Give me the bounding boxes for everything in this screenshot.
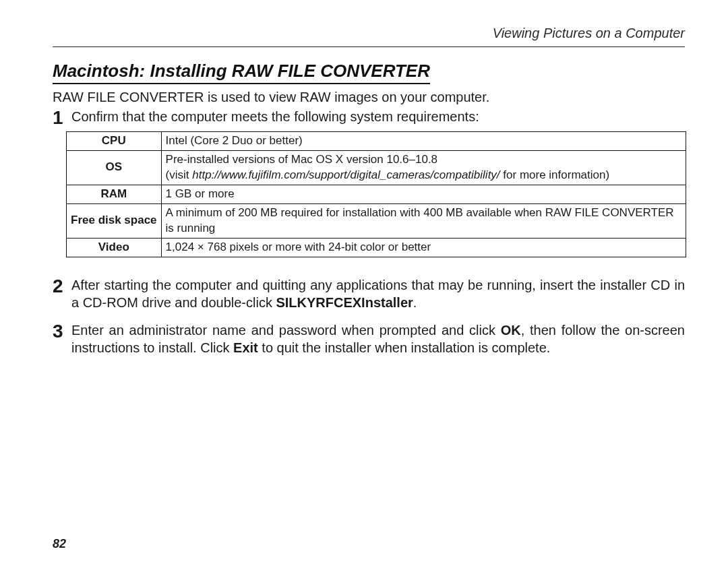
table-row: CPU Intel (Core 2 Duo or better)	[67, 132, 686, 151]
section-heading: Macintosh: Installing RAW FILE CONVERTER	[53, 61, 430, 84]
req-cpu-label: CPU	[67, 132, 162, 151]
step-3-text: Enter an administrator name and password…	[71, 321, 685, 357]
running-head: Viewing Pictures on a Computer	[53, 26, 685, 47]
step-1-text: Confirm that the computer meets the foll…	[71, 108, 685, 126]
document-page: Viewing Pictures on a Computer Macintosh…	[0, 0, 728, 570]
req-cpu-value: Intel (Core 2 Duo or better)	[161, 132, 686, 151]
table-row: Free disk space A minimum of 200 MB requ…	[67, 203, 686, 238]
req-video-value: 1,024 × 768 pixels or more with 24-bit c…	[161, 238, 686, 257]
step-number: 2	[53, 277, 67, 296]
req-video-label: Video	[67, 238, 162, 257]
req-os-value: Pre-installed versions of Mac OS X versi…	[161, 150, 686, 185]
step-2: 2 After starting the computer and quitti…	[53, 276, 685, 312]
req-ram-value: 1 GB or more	[161, 185, 686, 203]
page-number: 82	[53, 537, 685, 551]
step-number: 3	[53, 322, 67, 341]
table-row: Video 1,024 × 768 pixels or more with 24…	[67, 238, 686, 257]
step-3: 3 Enter an administrator name and passwo…	[53, 321, 685, 357]
table-row: OS Pre-installed versions of Mac OS X ve…	[67, 150, 686, 185]
step-2-text: After starting the computer and quitting…	[71, 276, 685, 312]
step-1: 1 Confirm that the computer meets the fo…	[53, 108, 685, 127]
spacer	[53, 357, 685, 537]
req-disk-label: Free disk space	[67, 203, 162, 238]
intro-paragraph: RAW FILE CONVERTER is used to view RAW i…	[53, 90, 685, 105]
step-number: 1	[53, 108, 67, 127]
req-os-label: OS	[67, 150, 162, 185]
req-os-url: http://www.fujifilm.com/support/digital_…	[192, 168, 499, 181]
table-row: RAM 1 GB or more	[67, 185, 686, 203]
req-ram-label: RAM	[67, 185, 162, 203]
system-requirements-table: CPU Intel (Core 2 Duo or better) OS Pre-…	[66, 131, 686, 257]
req-disk-value: A minimum of 200 MB required for install…	[161, 203, 686, 238]
